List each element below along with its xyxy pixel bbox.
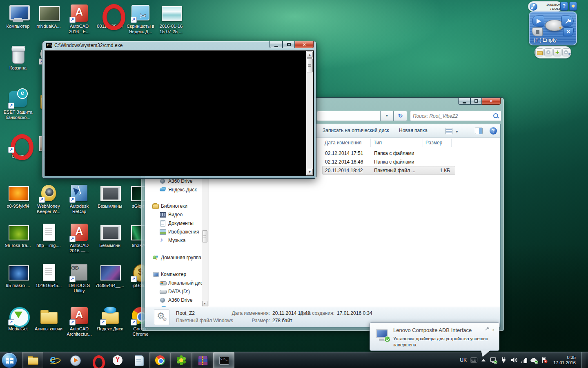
desktop-icon-opera[interactable]: Opera [3,133,33,159]
desktop-icon-keys-folder[interactable]: Анины ключи [34,306,63,332]
desktop-icon-flower-image[interactable]: o0-9Sfykfi4 [3,183,33,209]
desktop-icon-autodesk-recap[interactable]: Autodesk ReCap [65,183,94,214]
desktop-icon-rosa-image[interactable]: 96-rosa-tra... [3,222,33,248]
sidebar-item-local-disk[interactable]: Локальный диск [145,278,201,287]
daemon-help-button[interactable]: ? [560,2,568,11]
desktop-icon-eset[interactable]: ESET Защита банковско... [3,89,33,120]
desktop-icon-recycle-bin[interactable]: Корзина [3,45,33,71]
drive-settings-button[interactable] [561,16,574,27]
open-image-button[interactable] [535,48,543,56]
desktop-icon-mediaget[interactable]: MediaGet [3,306,33,332]
maximize-button[interactable] [470,98,482,105]
scrollbar-thumb[interactable] [202,230,207,242]
maximize-button[interactable] [283,41,295,48]
desktop-icon-yandex-disk[interactable]: Яндекс.Диск [95,306,125,332]
cmd-titlebar[interactable]: C:\ C:\Windows\system32\cmd.exe [46,43,122,48]
keyboard-layout-icon[interactable] [470,357,477,364]
desktop-icon-document-104[interactable]: 104616545... [34,263,63,288]
desktop-icon-makro-image[interactable]: 95-makro-... [3,263,33,288]
file-row[interactable]: 20.11.2014 18:42 Пакетный файл ... 1 КБ [322,166,455,175]
show-desktop-button[interactable] [581,352,586,368]
sidebar-item-documents[interactable]: Документы [145,219,201,227]
close-button[interactable]: ✕ [482,98,501,105]
scroll-up-arrow-icon[interactable]: ▲ [307,52,313,58]
taskbar-button-winrar[interactable] [192,352,213,368]
taskbar-button-notepad[interactable] [128,352,149,368]
taskbar-button-icq[interactable] [171,352,192,368]
views-dropdown-caret[interactable]: ▼ [455,130,459,134]
file-row[interactable]: 02.12.2014 17:51 Папка с файлами [322,149,455,157]
wrench-icon[interactable] [485,327,490,331]
column-header-date[interactable]: Дата изменения [325,140,361,146]
desktop-icon-mnduaka[interactable]: mNduaKA... [34,3,63,29]
address-dropdown-button[interactable]: ▼ [380,111,394,121]
desktop-icon-autocad-arch[interactable]: AutoCAD Architectur... [65,306,94,337]
taskbar-button-chrome[interactable] [149,352,171,368]
minimize-button[interactable] [458,98,470,105]
scroll-down-arrow-icon[interactable]: ▼ [202,301,207,306]
file-row[interactable]: 02.12.2014 16:46 Папка с файлами [322,157,455,166]
desktop-icon-untitled-2[interactable]: Безымянн [95,222,125,248]
network-signal-icon[interactable] [521,357,527,363]
taskbar-button-opera[interactable] [86,352,107,368]
cmd-console[interactable]: ▲ ▼ [45,50,314,176]
stop-button[interactable] [532,27,543,36]
help-icon[interactable]: ? [490,127,497,135]
sidebar-item-data-d[interactable]: DATA (D:) [145,287,201,296]
scrollbar-thumb[interactable] [307,58,313,72]
daemon-settings-button[interactable] [569,2,577,11]
desktop-icon-lmtools[interactable]: LMTOOLS Utility [65,263,94,294]
desktop-icon-untitled-1[interactable]: Безымянны [95,183,125,209]
language-indicator[interactable]: UK [460,357,467,363]
refresh-button[interactable]: ↻ [394,111,407,121]
desktop-icon-http-img[interactable]: http---img.... [34,222,63,248]
desktop-icon-autocad-2016-2[interactable]: AutoCAD 2016 —... [65,222,94,254]
search-icon[interactable] [493,113,499,119]
sidebar-item-yandex-disk[interactable]: Яндекс.Диск [145,185,201,194]
sidebar-item-libraries[interactable]: Библиотеки [145,202,201,210]
unmount-button[interactable]: ✕ [563,27,574,36]
sidebar-item-music[interactable]: Музыка [145,236,201,245]
add-drive-button[interactable] [553,48,561,56]
sidebar-item-computer[interactable]: Компьютер [145,270,201,278]
device-install-tray-icon[interactable] [490,357,497,364]
mount-image-button[interactable] [544,48,552,56]
taskbar-button-internet-explorer[interactable] [43,352,65,368]
desktop-icon-00119795[interactable]: 00119795.a4 [95,3,125,29]
yandex-disk-tray-icon[interactable] [530,357,538,364]
power-plug-icon[interactable] [500,357,508,364]
volume-icon[interactable] [511,357,518,364]
sidebar-item-pictures[interactable]: Изображения [145,227,201,236]
clock[interactable]: 0:35 17.01.2016 [553,355,576,366]
sidebar-item-video[interactable]: Видео [145,210,201,219]
preview-pane-icon[interactable] [475,128,483,134]
taskbar-button-yandex-browser[interactable] [107,352,128,368]
views-icon[interactable] [445,128,452,134]
minimize-button[interactable] [270,41,283,48]
column-header-type[interactable]: Тип [374,140,382,146]
new-folder-button[interactable]: Новая папка [399,128,428,133]
action-center-flag-icon[interactable] [541,357,548,364]
desktop-icon-yandex-screenshots[interactable]: Скриншоты в Яндекс.Д... [126,3,155,34]
close-button[interactable]: ✕ [295,41,314,48]
mount-button[interactable] [532,16,544,27]
desktop-icon-autocad-2016[interactable]: AutoCAD 2016 - E... [65,3,94,34]
taskbar-button-media-player[interactable] [65,352,86,368]
desktop-icon-webmoney[interactable]: WebMoney Keeper W... [34,183,63,214]
column-header-size[interactable]: Размер [425,140,442,146]
scroll-down-arrow-icon[interactable]: ▼ [307,169,313,175]
search-input[interactable] [413,112,492,120]
taskbar-button-explorer[interactable] [22,352,43,368]
notification-close-icon[interactable]: x [492,327,496,332]
daemon-tools-header[interactable]: DAEMON TOOLS [528,1,562,12]
taskbar-button-cmd[interactable] [213,352,234,368]
show-hidden-icons-button[interactable] [481,359,486,361]
start-button[interactable] [2,352,17,368]
burn-disc-button[interactable]: Записать на оптический диск [323,128,389,133]
desktop-icon-art-image[interactable]: 78395464__... [95,263,125,288]
sidebar-item-a360[interactable]: A360 Drive [145,296,201,304]
desktop-icon-computer[interactable]: Компьютер [3,3,33,29]
image-catalog-button[interactable] [562,48,570,56]
desktop-icon-screenshot-2016[interactable]: 2016-01-16 15-07-25 ... [156,3,186,34]
sidebar-item-homegroup[interactable]: Домашняя группа [145,253,201,262]
